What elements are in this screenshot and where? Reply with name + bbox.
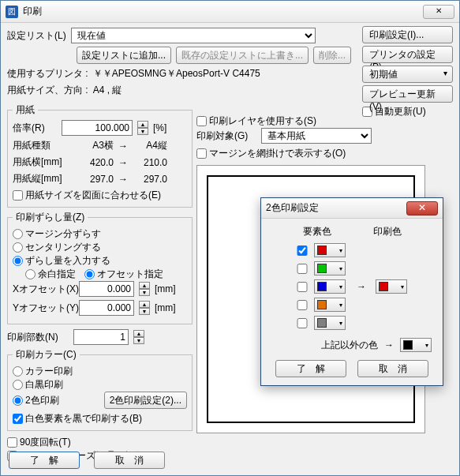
elem-color-swatch[interactable]: ▾ [314, 316, 346, 330]
opt-2color-print[interactable]: 2色印刷 [13, 394, 59, 407]
left-panel: 用紙 倍率(R) ▲▼ [%] 用紙種類A3横→A4縦 用紙横[mm]420.0… [7, 100, 193, 463]
offset-group: 印刷ずらし量(Z) マージン分ずらす センタリングする ずらし量を入力する 余白… [7, 211, 193, 324]
sub-ok-button[interactable]: 了 解 [275, 360, 346, 377]
copies-input[interactable] [73, 329, 129, 345]
sub-cancel-button[interactable]: 取 消 [357, 360, 428, 377]
color-legend: 印刷カラー(C) [13, 348, 80, 362]
other-color-label: 上記以外の色 [321, 339, 378, 352]
hdr-print-color: 印刷色 [373, 225, 402, 238]
print-settings-button[interactable]: 印刷設定(I)... [362, 26, 453, 43]
elem-color-check[interactable] [295, 264, 309, 274]
print-color-swatch[interactable]: ▾ [376, 279, 407, 294]
close-icon[interactable]: ✕ [423, 5, 454, 19]
elem-color-swatch[interactable]: ▾ [314, 243, 346, 257]
default-button[interactable]: 初期値 [362, 66, 453, 83]
preview-update-button[interactable]: プレビュー更新(V) [362, 85, 453, 103]
ratio-unit: [%] [153, 122, 166, 133]
y-offset-input[interactable] [79, 300, 134, 316]
sub-title: 2色印刷設定 [266, 201, 406, 215]
y-spinner[interactable]: ▲▼ [139, 301, 150, 315]
settings-list-select[interactable]: 現在値 [71, 28, 316, 43]
settings-list-label: 設定リスト(L) [7, 29, 66, 43]
offset-legend: 印刷ずらし量(Z) [13, 211, 88, 224]
print-target-select[interactable]: 基本用紙 [261, 128, 372, 144]
other-color-swatch[interactable]: ▾ [400, 338, 432, 352]
white-to-black-checkbox[interactable]: 白色要素を黒で印刷する(B) [13, 413, 142, 424]
x-offset-label: Xオフセット(X) [13, 283, 74, 296]
color-group: 印刷カラー(C) カラー印刷 白黒印刷 2色印刷2色印刷設定(2)... 白色要… [7, 348, 193, 431]
two-color-dialog: 2色印刷設定 ✕ 要素色印刷色 ▾▾▾→▾▾▾ 上記以外の色 → ▾ 了 解 取… [260, 197, 443, 386]
opt-bw-print[interactable]: 白黒印刷 [13, 379, 63, 390]
ratio-label: 倍率(R) [13, 122, 57, 135]
ratio-spinner[interactable]: ▲▼ [137, 121, 148, 135]
elem-color-swatch[interactable]: ▾ [314, 279, 346, 294]
overwrite-list-button[interactable]: 既存の設定リストに上書き... [176, 47, 309, 64]
opt-blank[interactable]: 余白指定 [25, 268, 76, 279]
margin-hatch-checkbox[interactable]: マージンを網掛けで表示する(O) [196, 148, 346, 159]
ratio-input[interactable] [62, 120, 133, 136]
copies-spinner[interactable]: ▲▼ [133, 330, 144, 344]
elem-color-check[interactable] [295, 282, 309, 292]
paper-legend: 用紙 [13, 103, 38, 117]
two-color-settings-button[interactable]: 2色印刷設定(2)... [104, 392, 187, 409]
rotate90-checkbox[interactable]: 90度回転(T) [7, 437, 71, 448]
paper-height-label: 用紙縦[mm] [13, 172, 74, 186]
paper-group: 用紙 倍率(R) ▲▼ [%] 用紙種類A3横→A4縦 用紙横[mm]420.0… [7, 103, 193, 208]
delete-list-button[interactable]: 削除... [313, 47, 351, 64]
sub-titlebar: 2色印刷設定 ✕ [261, 198, 443, 219]
opt-color-print[interactable]: カラー印刷 [13, 365, 73, 377]
add-to-list-button[interactable]: 設定リストに追加... [77, 47, 171, 64]
color-rows: ▾▾▾→▾▾▾ [269, 243, 435, 330]
opt-center[interactable]: センタリングする [13, 242, 101, 253]
right-button-column: 印刷設定(I)... プリンタの設定(P)... 初期値 プレビュー更新(V) … [362, 26, 453, 118]
x-spinner[interactable]: ▲▼ [139, 282, 150, 296]
x-offset-input[interactable] [79, 281, 134, 297]
elem-color-swatch[interactable]: ▾ [314, 298, 346, 312]
elem-color-swatch[interactable]: ▾ [314, 261, 346, 275]
opt-input[interactable]: ずらし量を入力する [13, 255, 110, 266]
use-print-layer-checkbox[interactable]: 印刷レイヤを使用する(S) [196, 115, 316, 126]
printer-value: ￥￥APEOSMNG￥ApeosPort-V C4475 [93, 67, 260, 81]
print-target-label: 印刷対象(G) [196, 129, 256, 143]
copies-label: 印刷部数(N) [7, 331, 69, 344]
window-title: 印刷 [23, 5, 423, 18]
ok-button[interactable]: 了 解 [9, 452, 80, 469]
hdr-element-color: 要素色 [303, 225, 331, 238]
app-icon: 図 [6, 6, 18, 18]
arrow-icon: → [352, 281, 371, 292]
cancel-button[interactable]: 取 消 [94, 452, 165, 469]
sub-close-icon[interactable]: ✕ [406, 201, 438, 216]
paper-size-dir-value: A4 , 縦 [93, 84, 122, 97]
elem-color-check[interactable] [295, 318, 309, 328]
fit-to-drawing-checkbox[interactable]: 用紙サイズを図面に合わせる(E) [13, 189, 161, 201]
titlebar: 図 印刷 ✕ [1, 1, 459, 23]
paper-size-dir-label: 用紙サイズ、方向 : [7, 84, 88, 97]
printer-settings-button[interactable]: プリンタの設定(P)... [362, 46, 453, 63]
y-offset-label: Yオフセット(Y) [13, 302, 74, 315]
printer-label: 使用するプリンタ : [7, 67, 88, 81]
paper-width-label: 用紙横[mm] [13, 156, 74, 169]
elem-color-check[interactable] [295, 300, 309, 310]
arrow-icon: → [384, 339, 394, 350]
opt-offset[interactable]: オフセット指定 [84, 268, 163, 279]
opt-margin[interactable]: マージン分ずらす [13, 228, 101, 239]
elem-color-check[interactable] [295, 245, 309, 256]
paper-type-label: 用紙種類 [13, 139, 74, 152]
footer-buttons: 了 解 取 消 [9, 452, 165, 469]
